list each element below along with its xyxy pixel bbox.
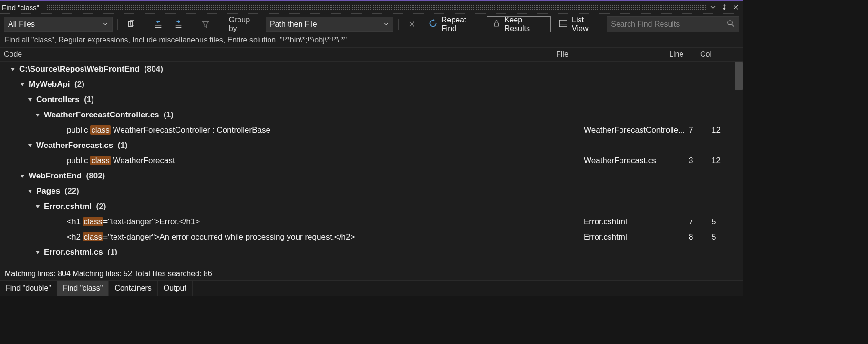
group-label: Error.cshtml	[44, 202, 92, 211]
result-row[interactable]: <h2 class="text-danger">An error occurre…	[0, 229, 743, 245]
col-cell: 5	[712, 217, 734, 227]
scope-combo[interactable]: All Files	[4, 17, 113, 32]
bottom-tabs: Find "double" Find "class" Containers Ou…	[0, 280, 743, 296]
keep-results-label: Keep Results	[505, 16, 546, 33]
match-highlight: class	[90, 125, 111, 135]
list-icon	[558, 19, 568, 30]
svg-rect-3	[560, 20, 567, 26]
tree-group[interactable]: Error.cshtml.cs (1)	[0, 245, 743, 255]
search-placeholder: Search Find Results	[611, 20, 680, 29]
tree-group-root[interactable]: C:\Source\Repos\WebFrontEnd (804)	[0, 62, 743, 77]
list-view-label: List View	[572, 16, 599, 33]
copy-button[interactable]	[123, 18, 140, 31]
expander-icon[interactable]	[27, 96, 33, 103]
separator	[117, 19, 118, 30]
tree-group[interactable]: Error.cshtml (2)	[0, 199, 743, 214]
separator	[398, 19, 399, 30]
group-count: (1)	[118, 141, 128, 150]
group-label: WeatherForecast.cs	[36, 141, 113, 150]
toolbar: All Files Group by: Path then File	[0, 14, 743, 35]
result-row[interactable]: <h1 class="text-danger">Error.</h1> Erro…	[0, 214, 743, 229]
col-line[interactable]: Line	[665, 50, 696, 59]
expander-icon[interactable]	[19, 173, 26, 179]
lock-icon	[492, 19, 501, 30]
scrollbar-thumb[interactable]	[735, 62, 743, 90]
repeat-find-button[interactable]: Repeat Find	[424, 17, 484, 32]
line-cell: 3	[689, 156, 712, 166]
tree-group[interactable]: WebFrontEnd (802)	[0, 168, 743, 184]
tab-find-class[interactable]: Find "class"	[57, 281, 109, 296]
result-row[interactable]: public class WeatherForecastController :…	[0, 123, 743, 138]
line-cell: 7	[689, 217, 712, 227]
status-bar: Matching lines: 804 Matching files: 52 T…	[5, 268, 743, 280]
line-cell: 7	[689, 125, 712, 135]
expander-icon[interactable]	[34, 112, 41, 118]
group-by-combo[interactable]: Path then File	[266, 17, 393, 32]
tree-group[interactable]: MyWebApi (2)	[0, 77, 743, 92]
separator	[192, 19, 192, 30]
col-file[interactable]: File	[552, 50, 665, 59]
col-cell: 5	[712, 232, 734, 242]
match-highlight: class	[83, 217, 103, 226]
result-row[interactable]: public class WeatherForecast WeatherFore…	[0, 153, 743, 168]
group-label: Controllers	[36, 95, 80, 104]
x-icon: ✕	[408, 20, 415, 29]
prev-result-button[interactable]	[150, 18, 167, 31]
group-count: (804)	[144, 64, 163, 74]
pin-button[interactable]	[719, 2, 730, 12]
group-label: C:\Source\Repos\WebFrontEnd	[19, 64, 140, 74]
expander-icon[interactable]	[27, 188, 33, 195]
group-label: Pages	[36, 187, 60, 196]
code-snippet: public class WeatherForecastController :…	[0, 125, 584, 135]
col-cell: 12	[712, 125, 734, 135]
code-snippet: <h2 class="text-danger">An error occurre…	[0, 232, 584, 242]
keep-results-button[interactable]: Keep Results	[487, 16, 551, 32]
list-view-button[interactable]: List View	[554, 17, 604, 32]
results-tree[interactable]: C:\Source\Repos\WebFrontEnd (804) MyWebA…	[0, 62, 743, 255]
group-count: (22)	[65, 187, 79, 196]
group-label: WebFrontEnd	[29, 171, 82, 181]
search-results-input[interactable]: Search Find Results	[607, 16, 739, 32]
code-snippet: public class WeatherForecast	[0, 156, 584, 166]
tab-containers[interactable]: Containers	[109, 281, 157, 296]
column-header: Code File Line Col	[0, 47, 743, 62]
tab-find-double[interactable]: Find "double"	[0, 281, 57, 296]
expander-icon[interactable]	[19, 81, 26, 88]
clear-filter-button[interactable]	[197, 18, 214, 31]
group-count: (1)	[107, 248, 117, 255]
group-count: (1)	[164, 110, 174, 120]
file-cell: WeatherForecastControlle...	[584, 125, 689, 135]
group-count: (2)	[74, 80, 84, 89]
group-count: (2)	[96, 202, 106, 211]
chevron-down-icon	[383, 20, 389, 29]
match-highlight: class	[90, 156, 111, 165]
panel-title: Find "class"	[2, 3, 39, 11]
group-count: (802)	[86, 171, 105, 181]
svg-point-4	[728, 21, 732, 25]
separator	[219, 19, 219, 30]
stop-button[interactable]: ✕	[403, 18, 421, 31]
panel-menu-button[interactable]	[708, 2, 718, 12]
expander-icon[interactable]	[34, 203, 41, 210]
col-code[interactable]: Code	[0, 50, 552, 59]
repeat-find-label: Repeat Find	[442, 16, 479, 33]
tree-group[interactable]: WeatherForecastController.cs (1)	[0, 107, 743, 123]
col-col[interactable]: Col	[696, 50, 726, 59]
next-result-button[interactable]	[170, 18, 187, 31]
tree-group[interactable]: Pages (22)	[0, 184, 743, 199]
chevron-down-icon	[103, 20, 108, 29]
expander-icon[interactable]	[27, 142, 33, 149]
file-cell: WeatherForecast.cs	[584, 156, 689, 166]
expander-icon[interactable]	[10, 66, 16, 73]
tab-output[interactable]: Output	[158, 281, 193, 296]
tree-group[interactable]: WeatherForecast.cs (1)	[0, 138, 743, 153]
group-by-value: Path then File	[270, 20, 317, 29]
refresh-icon	[428, 19, 438, 30]
expander-icon[interactable]	[34, 249, 41, 255]
close-button[interactable]	[731, 2, 741, 12]
tree-group[interactable]: Controllers (1)	[0, 92, 743, 107]
file-cell: Error.cshtml	[584, 217, 689, 227]
group-label: Error.cshtml.cs	[44, 248, 103, 255]
file-cell: Error.cshtml	[584, 232, 689, 242]
scope-combo-label: All Files	[8, 20, 35, 29]
